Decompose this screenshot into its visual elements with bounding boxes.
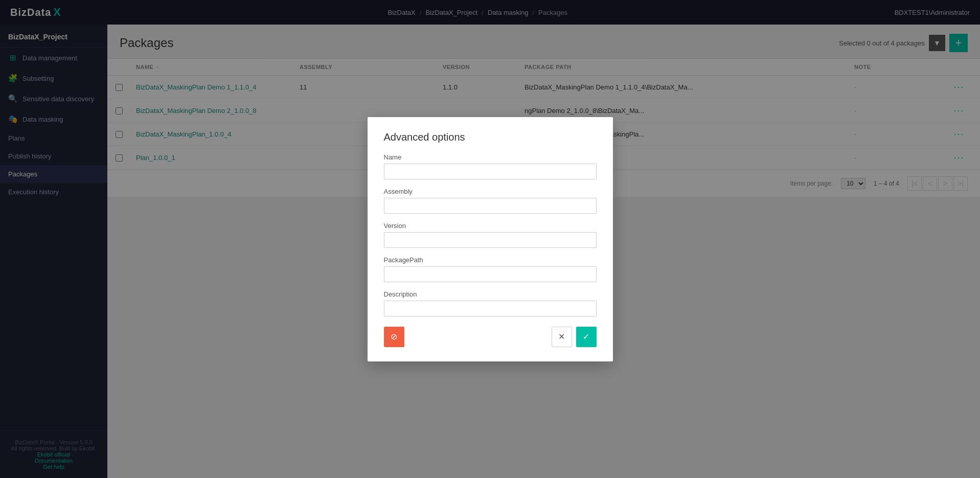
- field-input-name[interactable]: [384, 164, 597, 179]
- modal-footer-right: ✕ ✓: [552, 327, 597, 347]
- modal-overlay: Advanced options Name Assembly Version P…: [0, 0, 980, 478]
- modal-title: Advanced options: [384, 131, 597, 143]
- field-input-assembly[interactable]: [384, 198, 597, 214]
- form-group-assembly: Assembly: [384, 188, 597, 214]
- field-input-version[interactable]: [384, 232, 597, 248]
- confirm-icon: ✓: [583, 332, 589, 342]
- field-label-name: Name: [384, 153, 597, 161]
- field-label-package-path: PackagePath: [384, 256, 597, 264]
- field-input-package-path[interactable]: [384, 266, 597, 282]
- form-group-description: Description: [384, 290, 597, 316]
- form-group-name: Name: [384, 153, 597, 179]
- cancel-icon: ✕: [558, 332, 565, 342]
- field-label-assembly: Assembly: [384, 188, 597, 195]
- cancel-button[interactable]: ✕: [552, 327, 572, 347]
- field-label-description: Description: [384, 290, 597, 298]
- delete-button[interactable]: ⊘: [384, 327, 404, 347]
- field-label-version: Version: [384, 222, 597, 230]
- advanced-options-modal: Advanced options Name Assembly Version P…: [368, 117, 613, 361]
- confirm-button[interactable]: ✓: [576, 327, 597, 347]
- modal-footer: ⊘ ✕ ✓: [384, 327, 597, 347]
- form-group-package-path: PackagePath: [384, 256, 597, 282]
- field-input-description[interactable]: [384, 301, 597, 316]
- delete-icon: ⊘: [391, 332, 397, 342]
- form-group-version: Version: [384, 222, 597, 248]
